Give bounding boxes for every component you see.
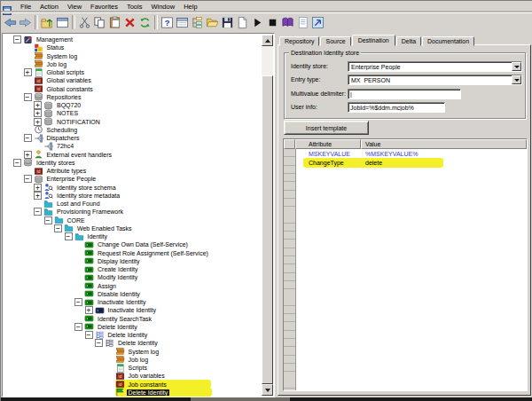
toggle-minus-icon[interactable]: − (95, 339, 103, 347)
tree-item[interactable]: +External event handlers (3, 151, 262, 159)
toggle-plus-icon[interactable]: + (34, 192, 42, 200)
toolbar-button-export-tree[interactable] (190, 15, 205, 30)
tree-item[interactable]: Assign (3, 282, 262, 290)
tree-item[interactable]: Job log (3, 356, 262, 364)
value-column-header[interactable]: Value (361, 139, 527, 149)
tree-item[interactable]: System log (3, 348, 262, 356)
toolbar-button-forward[interactable] (18, 15, 33, 30)
tree-item[interactable]: System log (3, 52, 262, 60)
toggle-minus-icon[interactable]: − (85, 331, 93, 339)
chevron-down-icon[interactable] (512, 62, 521, 71)
tree-item[interactable]: −Dispatchers (3, 134, 262, 142)
tree-scrollbar[interactable] (262, 35, 273, 396)
scroll-up-button[interactable] (262, 35, 273, 46)
attribute-cell[interactable]: MSKEYVALUE (296, 151, 362, 157)
tree-item[interactable]: Request Role Assignment (Self-Service) (3, 249, 262, 257)
tree-item[interactable]: −CORE (3, 216, 262, 224)
toolbar-button-stop[interactable] (265, 15, 280, 30)
grid-row[interactable]: ChangeTypedelete (296, 158, 527, 167)
toggle-plus-icon[interactable]: + (34, 109, 42, 117)
insert-template-button[interactable]: Insert template (284, 121, 369, 135)
tree-item[interactable]: idAttribute types (3, 167, 262, 175)
toggle-minus-icon[interactable]: − (13, 35, 21, 43)
toolbar-button-help[interactable]: ? (160, 15, 175, 30)
tree-item[interactable]: −Delete Identity (3, 339, 262, 347)
chevron-down-icon[interactable] (512, 75, 521, 84)
tree-item[interactable]: −Enterprise People (3, 175, 262, 183)
toolbar-button-save[interactable] (220, 15, 235, 30)
tree-item[interactable]: −Identity stores (3, 159, 262, 167)
toolbar-button-paste[interactable] (107, 15, 122, 30)
toggle-plus-icon[interactable]: + (34, 101, 42, 109)
attribute-column-header[interactable]: Attribute (295, 139, 361, 149)
menu-favorites[interactable]: Favorites (86, 2, 122, 12)
toolbar-button-properties[interactable] (55, 15, 70, 30)
toggle-plus-icon[interactable]: + (34, 118, 42, 126)
toolbar-button-book[interactable] (280, 15, 295, 30)
tree-item[interactable]: −Inactivate Identity (3, 298, 262, 306)
tree-item[interactable]: −Repositories (3, 93, 262, 101)
tree-item[interactable]: Scripts (3, 364, 262, 372)
menu-file[interactable]: File (16, 2, 35, 12)
tree-item[interactable]: Job log (3, 60, 262, 68)
entry-type-combobox[interactable]: MX_PERSON (348, 75, 522, 85)
user-info-field[interactable] (348, 102, 445, 113)
toolbar-button-back[interactable] (3, 15, 18, 30)
tree-item[interactable]: +BQQ720 (3, 101, 262, 109)
tab-source[interactable]: Source (320, 36, 350, 46)
toolbar-button-run[interactable] (250, 15, 265, 30)
tree-item[interactable]: Identity SearchTask (3, 315, 262, 323)
menu-window[interactable]: Window (146, 2, 179, 12)
tree-item[interactable]: Status (3, 43, 262, 51)
toggle-minus-icon[interactable]: − (65, 232, 73, 240)
menu-tools[interactable]: Tools (122, 2, 147, 12)
value-cell[interactable]: %MSKEYVALUE% (362, 151, 527, 157)
scrollbar-thumb[interactable] (262, 75, 273, 384)
scroll-down-button[interactable] (262, 384, 273, 396)
tree-item[interactable]: idGlobal variables (3, 76, 262, 84)
tree-item[interactable]: −Web Enabled Tasks (3, 224, 262, 232)
toggle-minus-icon[interactable]: − (24, 93, 32, 101)
toggle-minus-icon[interactable]: − (44, 216, 52, 224)
identity-store-combobox[interactable]: Enterprise People (348, 61, 522, 72)
toggle-minus-icon[interactable]: − (24, 134, 32, 142)
toolbar-button-up-level[interactable] (40, 15, 55, 30)
tree-item[interactable]: Delete Identity (3, 389, 262, 397)
tree-item[interactable]: Create Identity (3, 265, 262, 273)
tab-destination[interactable]: Destination (352, 35, 395, 46)
tree-item[interactable]: −Management (3, 35, 262, 43)
toolbar-button-notes[interactable] (295, 15, 310, 30)
tree-item[interactable]: +Identity store metadata (3, 192, 262, 200)
tree-item[interactable]: +Identity store schema (3, 184, 262, 192)
tree-item[interactable]: +Global scripts (3, 68, 262, 76)
tab-documentation[interactable]: Documentation (422, 36, 474, 46)
multivalue-delimiter-field[interactable] (348, 89, 461, 99)
tab-delta[interactable]: Delta (396, 36, 421, 46)
tree-item[interactable]: −Delete Identity (3, 331, 262, 339)
tree-item[interactable]: −Provisioning Framework (3, 208, 262, 216)
toggle-minus-icon[interactable]: − (34, 208, 42, 216)
tree-item[interactable]: +NOTIFICATION (3, 118, 262, 126)
tree-item[interactable]: Change Own Data (Self-Service) (3, 240, 262, 248)
tree-item[interactable]: idJob constants (3, 381, 262, 389)
toolbar-button-exit[interactable] (310, 15, 325, 30)
toggle-plus-icon[interactable]: + (34, 184, 42, 192)
tree-item[interactable]: −Delete Identity (3, 323, 262, 331)
toggle-minus-icon[interactable]: − (13, 159, 21, 167)
value-cell[interactable]: delete (362, 160, 527, 166)
tree-item[interactable]: Display Identity (3, 257, 262, 265)
tab-repository[interactable]: Repository (279, 36, 319, 46)
tree-item[interactable]: Lost and Found (3, 200, 262, 208)
menu-help[interactable]: Help (179, 2, 201, 12)
tree-item[interactable]: 72hc4 (3, 142, 262, 150)
toolbar-button-refresh[interactable] (137, 15, 153, 30)
toolbar-button-new-doc[interactable] (235, 15, 250, 30)
tree-item[interactable]: Disable Identity (3, 290, 262, 298)
tree-item[interactable]: idJob variables (3, 372, 262, 380)
toolbar-button-open-folder[interactable] (205, 15, 220, 30)
toolbar-button-delete[interactable] (122, 15, 137, 30)
tree-item[interactable]: +NOTES (3, 109, 262, 117)
toggle-minus-icon[interactable]: − (54, 224, 62, 232)
tree-item[interactable]: −Identity (3, 232, 262, 240)
toolbar-button-cut[interactable] (77, 15, 92, 30)
